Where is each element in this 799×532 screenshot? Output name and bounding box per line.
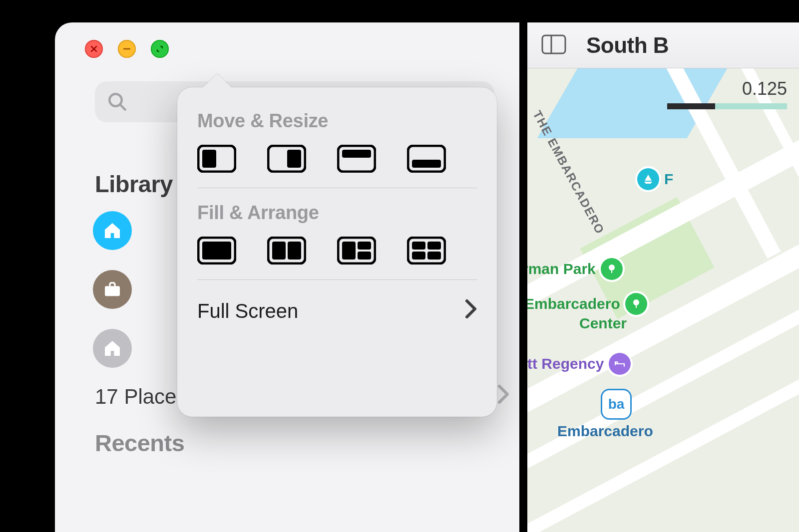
poi-label: Embarcadero [527,295,620,312]
briefcase-icon [102,279,122,299]
poi-hyatt-regency[interactable]: tt Regency [527,353,631,375]
move-resize-row [197,145,477,173]
full-screen-label: Full Screen [197,300,298,322]
search-icon [107,91,128,112]
building-icon [102,338,122,358]
pin-school[interactable] [93,329,132,368]
svg-rect-27 [611,270,612,273]
window-zoom-button[interactable] [151,40,169,58]
svg-rect-5 [287,150,301,168]
poi-label: rman Park [527,261,596,277]
tile-left-half-button[interactable] [197,145,236,173]
move-resize-heading: Move & Resize [197,110,477,132]
poi-label: F [664,171,673,188]
tree-icon [625,293,647,315]
tile-bottom-half-icon [407,145,446,173]
scale-value: 0.125 [667,78,787,99]
tile-top-half-icon [337,145,376,173]
poi-label: tt Regency [527,355,604,372]
svg-rect-7 [342,150,371,158]
svg-rect-6 [338,146,375,172]
tile-fill-button[interactable] [197,237,236,265]
svg-rect-3 [202,150,216,168]
tile-four-up-icon [407,237,446,265]
bart-logo: ba [608,396,625,412]
popover-divider [197,188,477,188]
home-icon [102,221,122,241]
popover-divider-2 [197,279,477,280]
svg-point-26 [609,265,615,270]
zoom-icon [155,44,164,53]
bart-station-label: Embarcadero [557,423,653,440]
fill-arrange-heading: Fill & Arrange [197,202,477,224]
fill-arrange-row [197,237,477,265]
svg-rect-19 [408,238,445,264]
svg-rect-17 [358,242,371,250]
tile-two-up-button[interactable] [267,237,306,265]
window-minimize-button[interactable] [118,40,136,58]
window-tiling-popover: Move & Resize Fill & Arrange [177,87,497,417]
svg-rect-22 [412,252,425,260]
svg-point-28 [633,299,639,305]
tile-four-up-button[interactable] [407,237,446,265]
pin-home[interactable] [93,211,132,250]
tile-right-half-button[interactable] [267,145,306,173]
svg-rect-21 [427,242,441,250]
minimize-icon [122,44,131,53]
svg-rect-23 [427,252,441,260]
tile-three-up-icon [337,237,376,265]
svg-rect-24 [542,35,565,53]
poi-embarcadero-center[interactable]: Embarcadero Center [527,293,647,332]
library-heading: Library [95,170,173,198]
tile-bottom-half-button[interactable] [407,145,446,173]
chevron-right-icon [465,299,477,323]
svg-rect-8 [408,146,445,172]
map-canvas[interactable]: THE EMBARCADERO 0.125 F rman Park Embarc… [527,68,799,532]
scale-bar [667,103,787,109]
svg-rect-29 [636,305,637,308]
maps-toolbar: South B [527,22,799,68]
close-icon [89,44,98,53]
map-scale: 0.125 [667,78,787,109]
bed-icon [609,353,631,375]
svg-rect-20 [412,242,425,250]
svg-rect-11 [202,242,231,260]
tile-right-half-icon [267,145,306,173]
svg-rect-18 [358,252,371,260]
tile-two-up-icon [267,237,306,265]
tile-left-half-icon [197,145,236,173]
svg-rect-1 [105,286,120,296]
tree-icon [601,258,623,280]
chevron-right-icon [497,384,509,409]
svg-rect-14 [288,242,301,260]
maps-title: South B [586,33,669,58]
poi-label: Center [579,315,627,332]
svg-rect-16 [342,242,356,260]
svg-rect-9 [412,160,441,168]
sidebar-icon [541,34,566,54]
library-pins [93,211,132,368]
svg-rect-13 [272,242,286,260]
pin-work[interactable] [93,270,132,309]
poi-marina[interactable]: F [637,168,673,190]
poi-herman-park[interactable]: rman Park [527,258,623,280]
traffic-lights [85,40,169,58]
maps-main-window: South B THE EMBARCADERO 0.125 F rman Pa [527,22,799,532]
tile-top-half-button[interactable] [337,145,376,173]
tile-fill-icon [197,237,236,265]
recents-heading: Recents [95,429,184,457]
maps-sidebar-window: Library 17 Places · 1 Guide · 0 Routes R… [55,22,519,532]
bart-station-badge[interactable]: ba [602,390,630,418]
sailboat-icon [637,168,659,190]
full-screen-row[interactable]: Full Screen [197,294,477,323]
toggle-sidebar-button[interactable] [541,34,566,56]
window-close-button[interactable] [85,40,103,58]
tile-three-up-button[interactable] [337,237,376,265]
